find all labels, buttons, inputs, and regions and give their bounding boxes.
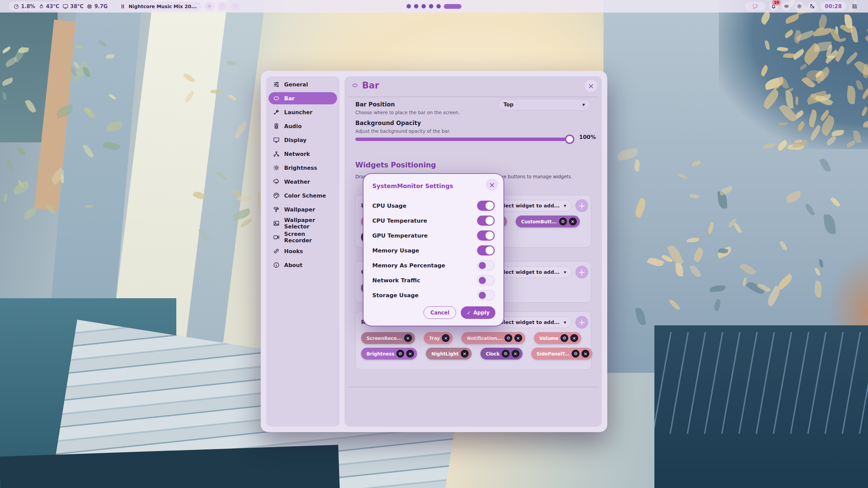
close-icon[interactable]: × bbox=[570, 334, 578, 342]
dashboard-button[interactable] bbox=[850, 2, 859, 11]
add-widget-button[interactable]: + bbox=[575, 199, 588, 212]
close-icon[interactable]: × bbox=[512, 350, 519, 358]
toggle-memory-usage[interactable] bbox=[477, 245, 495, 256]
close-icon[interactable]: × bbox=[461, 350, 469, 358]
workspace-dot[interactable] bbox=[436, 4, 441, 8]
notifications-button[interactable]: 10 bbox=[769, 2, 778, 11]
sidebar-item-wallpaper[interactable]: Wallpaper bbox=[269, 203, 337, 216]
gear-icon[interactable]: ⚙ bbox=[502, 350, 510, 358]
toggle-label: CPU Usage bbox=[372, 203, 407, 209]
close-icon[interactable]: × bbox=[581, 350, 589, 358]
toggle-knob bbox=[479, 292, 486, 299]
sidebar-item-label: Color Scheme bbox=[284, 192, 326, 199]
sidebar-item-launcher[interactable]: Launcher bbox=[269, 106, 337, 118]
gear-icon[interactable]: ⚙ bbox=[560, 334, 568, 342]
media-pill[interactable]: Nightcore Music Mix 20... bbox=[116, 2, 201, 11]
toggle-list: CPU UsageCPU TemperatureGPU TemperatureM… bbox=[372, 198, 495, 303]
workspace-dot[interactable] bbox=[414, 4, 418, 8]
close-icon[interactable]: × bbox=[514, 334, 522, 342]
sidebar-item-label: Screen Recorder bbox=[284, 231, 333, 244]
sidebar-item-network[interactable]: Network bbox=[269, 148, 337, 160]
bar-position-select[interactable]: Top ▾ bbox=[498, 99, 591, 110]
toggle-label: Network Traffic bbox=[372, 277, 420, 284]
workspace-active[interactable] bbox=[444, 4, 461, 9]
sidebar-item-hooks[interactable]: Hooks bbox=[269, 245, 337, 257]
stat-display: 38°C bbox=[62, 3, 83, 9]
system-stats-pill[interactable]: 1.8%43°C38°C9.7G bbox=[9, 2, 112, 11]
add-widget-placeholder: Select widget to add... bbox=[497, 269, 560, 275]
slider-knob[interactable] bbox=[565, 135, 574, 144]
tray-app-button[interactable] bbox=[745, 2, 765, 11]
gear-icon[interactable]: ⚙ bbox=[572, 350, 579, 358]
toggle-network-traffic[interactable] bbox=[477, 275, 495, 285]
workspace-dot[interactable] bbox=[429, 4, 433, 8]
workspace-dot[interactable] bbox=[407, 4, 411, 8]
toggle-cpu-temperature[interactable] bbox=[477, 216, 495, 226]
widget-chip-tray[interactable]: Tray× bbox=[424, 332, 453, 344]
toggle-row: Memory As Percentage bbox=[372, 258, 495, 273]
sun-icon bbox=[273, 164, 280, 171]
close-icon[interactable]: × bbox=[569, 218, 577, 225]
divider bbox=[349, 387, 598, 387]
widget-chip-clock[interactable]: Clock⚙× bbox=[480, 348, 522, 360]
sidebar-item-screen-recorder[interactable]: Screen Recorder bbox=[269, 231, 337, 243]
check-icon: ✓ bbox=[467, 310, 471, 316]
sidebar-item-color-scheme[interactable]: Color Scheme bbox=[269, 189, 337, 202]
workspace-dot[interactable] bbox=[421, 4, 426, 8]
sidebar-item-audio[interactable]: Audio bbox=[269, 120, 337, 132]
sidebar-item-display[interactable]: Display bbox=[269, 134, 337, 146]
sidebar-item-general[interactable]: General bbox=[269, 78, 337, 90]
stat-flame: 43°C bbox=[38, 3, 59, 9]
apply-button[interactable]: ✓ Apply bbox=[461, 306, 495, 319]
night-light-icon bbox=[809, 3, 815, 9]
widget-chip-screenreco[interactable]: ScreenReco...× bbox=[361, 332, 415, 344]
sidebar-item-bar[interactable]: Bar bbox=[269, 92, 337, 104]
close-icon[interactable]: × bbox=[406, 350, 414, 358]
modal-close-button[interactable]: × bbox=[486, 179, 498, 191]
sidebar-item-wallpaper-selector[interactable]: Wallpaper Selector bbox=[269, 217, 337, 229]
widget-chip-custombutt[interactable]: CustomButt...⚙× bbox=[516, 216, 580, 227]
toggle-gpu-temperature[interactable] bbox=[477, 230, 495, 241]
toggle-row: Memory Usage bbox=[372, 243, 495, 258]
widget-chip-brightness[interactable]: Brightness⚙× bbox=[361, 348, 417, 360]
workspaces-pill[interactable] bbox=[403, 2, 465, 11]
window-close-button[interactable]: × bbox=[585, 80, 597, 92]
widget-chip-nightlight[interactable]: NightLight× bbox=[426, 348, 472, 360]
toggle-storage-usage[interactable] bbox=[477, 290, 495, 300]
add-widget-button[interactable]: + bbox=[575, 266, 588, 279]
page-title: Bar bbox=[362, 80, 379, 90]
widget-chip-volume[interactable]: Volume⚙× bbox=[534, 332, 581, 344]
volume-button[interactable] bbox=[782, 2, 791, 11]
stat-value: 43°C bbox=[46, 3, 59, 9]
cancel-button[interactable]: Cancel bbox=[423, 306, 456, 319]
add-widget-button[interactable]: + bbox=[575, 316, 588, 329]
quick-button-heart[interactable]: ♡ bbox=[218, 2, 227, 11]
bar-position-label: Bar Position bbox=[355, 101, 395, 108]
background-opacity-slider[interactable] bbox=[355, 135, 574, 144]
brightness-button[interactable] bbox=[795, 2, 804, 11]
gear-icon[interactable]: ⚙ bbox=[559, 218, 567, 225]
clock[interactable]: 00:28 bbox=[821, 2, 846, 11]
close-icon[interactable]: × bbox=[404, 334, 412, 342]
stat-chip: 9.7G bbox=[86, 3, 107, 9]
sidebar-item-weather[interactable]: Weather bbox=[269, 176, 337, 188]
quick-button-skull[interactable]: ☠ bbox=[205, 2, 214, 11]
night-light-button[interactable] bbox=[808, 2, 817, 11]
add-widget-placeholder: Select widget to add... bbox=[497, 203, 560, 208]
gear-icon[interactable]: ⚙ bbox=[505, 334, 512, 342]
widget-chip-sidepanelt[interactable]: SidePanelT...⚙× bbox=[531, 348, 593, 360]
toggle-memory-as-percentage[interactable] bbox=[477, 260, 495, 270]
widget-chip-notification[interactable]: Notification...⚙× bbox=[461, 332, 525, 344]
network-icon bbox=[273, 150, 280, 157]
sidebar-item-about[interactable]: About bbox=[269, 259, 337, 271]
stat-gauge: 1.8% bbox=[13, 3, 35, 9]
toggle-cpu-usage[interactable] bbox=[477, 201, 495, 211]
close-icon[interactable]: × bbox=[442, 334, 450, 342]
sidebar-item-brightness[interactable]: Brightness bbox=[269, 162, 337, 174]
bar-position-desc: Choose where to place the bar on the scr… bbox=[355, 110, 460, 115]
quick-button-heart[interactable]: ♡ bbox=[231, 2, 240, 11]
gear-icon[interactable]: ⚙ bbox=[396, 350, 404, 358]
sidebar: GeneralBarLauncherAudioDisplayNetworkBri… bbox=[266, 76, 339, 427]
dashboard-icon bbox=[852, 3, 857, 9]
toggle-knob bbox=[486, 217, 494, 225]
